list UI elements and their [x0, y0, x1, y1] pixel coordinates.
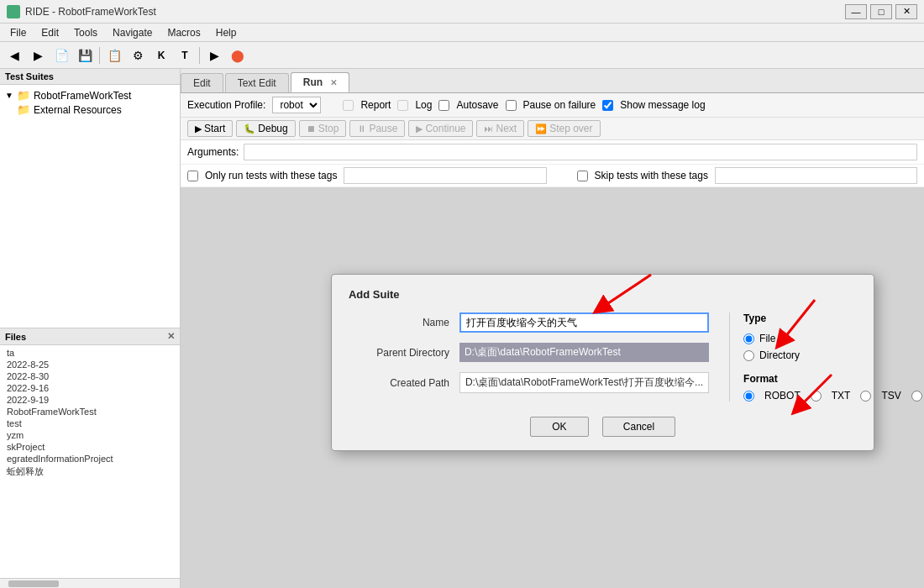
format-html-radio[interactable]: [911, 391, 922, 402]
dialog-name-input[interactable]: [459, 312, 709, 333]
folder-icon-external: 📁: [17, 103, 30, 116]
list-item[interactable]: 蚯蚓释放: [3, 465, 176, 479]
dialog-buttons: OK Cancel: [349, 417, 857, 437]
dialog-name-row: Name: [349, 312, 709, 333]
debug-button[interactable]: 🐛 Debug: [236, 120, 295, 137]
list-item[interactable]: skProject: [3, 441, 176, 453]
step-over-button[interactable]: ⏩ Step over: [528, 120, 600, 137]
pause-on-failure-checkbox[interactable]: [506, 100, 517, 111]
toolbar-settings-btn[interactable]: ⚙: [127, 45, 149, 66]
only-run-checkbox[interactable]: [187, 171, 198, 181]
list-item[interactable]: 2022-9-19: [3, 394, 176, 406]
format-label: Format: [743, 373, 857, 385]
autosave-checkbox[interactable]: [438, 100, 449, 111]
menu-macros[interactable]: Macros: [160, 25, 207, 40]
format-txt-label: TXT: [832, 390, 851, 402]
files-panel: Files ✕ ta 2022-8-25 2022-8-30 2022-9-16…: [0, 328, 180, 588]
toolbar-forward-btn[interactable]: ▶: [27, 45, 49, 66]
toolbar-new-btn[interactable]: 📄: [50, 45, 72, 66]
step-over-icon: ⏩: [535, 123, 547, 134]
log-checkbox[interactable]: [397, 100, 408, 111]
stop-button[interactable]: ⏹ Stop: [299, 120, 347, 137]
args-input[interactable]: [244, 144, 917, 160]
format-robot-radio[interactable]: [743, 391, 754, 402]
toolbar-copy-btn[interactable]: 📋: [103, 45, 125, 66]
list-item[interactable]: RobotFrameWorkTest: [3, 406, 176, 417]
maximize-button[interactable]: □: [870, 4, 892, 19]
run-toolbar2: ▶ Start 🐛 Debug ⏹ Stop ⏸ Pause ▶ Continu…: [181, 118, 924, 140]
toolbar-t-btn[interactable]: T: [174, 45, 196, 66]
menu-edit[interactable]: Edit: [34, 25, 66, 40]
format-tsv-radio[interactable]: [860, 391, 871, 402]
add-suite-dialog: Add Suite Name Parent Directory D:: [331, 274, 874, 451]
menu-tools[interactable]: Tools: [67, 25, 104, 40]
list-item[interactable]: test: [3, 417, 176, 429]
scrollbar-thumb-h[interactable]: [8, 580, 59, 587]
continue-button[interactable]: ▶ Continue: [408, 120, 473, 137]
pause-button[interactable]: ⏸ Pause: [349, 120, 405, 137]
toolbar-back-btn[interactable]: ◀: [3, 45, 25, 66]
toolbar-sep1: [99, 47, 100, 64]
only-run-input[interactable]: [344, 167, 546, 184]
dialog-right-col: Type File Directory Fo: [722, 312, 857, 403]
files-close-btn[interactable]: ✕: [167, 331, 175, 342]
tab-run-close[interactable]: ✕: [330, 78, 337, 87]
tab-text-edit[interactable]: Text Edit: [225, 73, 289, 92]
list-item[interactable]: egratedInformationProject: [3, 453, 176, 465]
title-bar: RIDE - RobotFrameWorkTest — □ ✕: [0, 0, 924, 24]
dialog-created-value: D:\桌面\data\RobotFrameWorkTest\打开百度收缩今...: [459, 372, 709, 393]
files-scrollbar-h[interactable]: [0, 578, 180, 588]
next-label: Next: [496, 123, 517, 134]
toolbar-stop-btn[interactable]: ⬤: [227, 45, 249, 66]
show-message-log-checkbox[interactable]: [602, 100, 613, 111]
autosave-label: Autosave: [456, 99, 498, 111]
list-item[interactable]: ta: [3, 347, 176, 359]
tab-edit[interactable]: Edit: [181, 73, 223, 92]
window-title: RIDE - RobotFrameWorkTest: [25, 6, 156, 18]
tree-item-external[interactable]: 📁 External Resources: [3, 102, 176, 117]
type-label: Type: [743, 312, 857, 324]
dialog-cancel-button[interactable]: Cancel: [602, 417, 675, 437]
list-item[interactable]: yzm: [3, 429, 176, 441]
debug-icon: 🐛: [244, 123, 255, 134]
format-robot-label: ROBOT: [764, 390, 801, 402]
list-item[interactable]: 2022-8-30: [3, 370, 176, 382]
content-area: Add Suite Name Parent Directory D:: [181, 187, 924, 588]
tab-run[interactable]: Run ✕: [291, 72, 350, 92]
dialog-overlay: Add Suite Name Parent Directory D:: [181, 187, 924, 588]
dialog-parent-row: Parent Directory D:\桌面\data\RobotFrameWo…: [349, 343, 709, 362]
main-layout: Test Suites ▼ 📁 RobotFrameWorkTest 📁 Ext…: [0, 69, 924, 588]
folder-icon: 📁: [17, 89, 30, 102]
skip-tests-input[interactable]: [715, 167, 917, 184]
toolbar-k-btn[interactable]: K: [150, 45, 172, 66]
tree-item-external-label: External Resources: [34, 104, 122, 116]
dialog-left-col: Name Parent Directory D:\桌面\data\RobotFr…: [349, 312, 709, 403]
next-button[interactable]: ⏭ Next: [476, 120, 524, 137]
stop-label: Stop: [318, 123, 339, 134]
type-file-radio[interactable]: [743, 333, 754, 344]
type-directory-radio[interactable]: [743, 350, 754, 361]
report-checkbox[interactable]: [343, 100, 354, 111]
tags-row: Only run tests with these tags Skip test…: [181, 165, 924, 187]
files-label: Files: [5, 332, 26, 342]
continue-icon: ▶: [416, 123, 423, 134]
start-label: Start: [204, 123, 225, 134]
menu-file[interactable]: File: [3, 25, 33, 40]
list-item[interactable]: 2022-8-25: [3, 359, 176, 370]
close-button[interactable]: ✕: [895, 4, 917, 19]
tree-item-root[interactable]: ▼ 📁 RobotFrameWorkTest: [3, 88, 176, 102]
minimize-button[interactable]: —: [845, 4, 867, 19]
menu-navigate[interactable]: Navigate: [106, 25, 159, 40]
toolbar-run-btn[interactable]: ▶: [203, 45, 225, 66]
left-panel: Test Suites ▼ 📁 RobotFrameWorkTest 📁 Ext…: [0, 69, 181, 588]
skip-tests-checkbox[interactable]: [577, 171, 588, 181]
profile-select[interactable]: robot: [272, 97, 321, 113]
menu-help[interactable]: Help: [209, 25, 244, 40]
dialog-ok-button[interactable]: OK: [530, 417, 589, 437]
args-label: Arguments:: [187, 146, 239, 158]
toolbar-save-btn[interactable]: 💾: [74, 45, 96, 66]
list-item[interactable]: 2022-9-16: [3, 382, 176, 394]
dialog-parent-label: Parent Directory: [349, 347, 449, 359]
start-button[interactable]: ▶ Start: [187, 120, 233, 137]
format-txt-radio[interactable]: [811, 391, 822, 402]
